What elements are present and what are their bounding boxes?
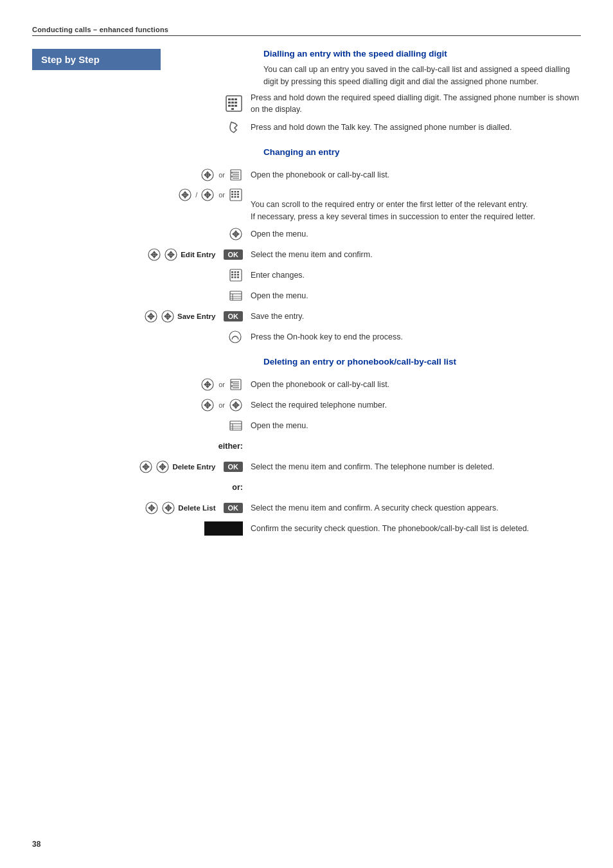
page: Conducting calls – enhanced functions St… xyxy=(0,0,613,868)
changing-step1-text: Open the phonebook or call-by-call list. xyxy=(251,169,581,181)
changing-step8-text: Press the On-hook key to end the process… xyxy=(251,331,581,343)
changing-step8-left xyxy=(32,329,251,345)
svg-rect-8 xyxy=(231,105,234,107)
svg-rect-74 xyxy=(230,291,242,300)
changing-step4-text: Select the menu item and confirm. xyxy=(251,249,581,261)
svg-marker-117 xyxy=(237,403,240,407)
nav-icon-4a xyxy=(147,248,161,262)
or-text-d2: or xyxy=(218,401,225,409)
deleting-step1-row: or Open the phonebook or call-by-call li… xyxy=(32,375,581,393)
svg-point-141 xyxy=(150,507,153,509)
menu-list-icon-d3 xyxy=(229,419,243,433)
deleting-step2-text: Select the required telephone number. xyxy=(251,399,581,411)
deleting-step5-text: Select the menu item and confirm. A secu… xyxy=(251,502,581,514)
deleting-step3-row: Open the menu. xyxy=(32,417,581,435)
dialling-step1-row: Press and hold down the required speed d… xyxy=(32,92,581,116)
deleting-step6-row: Confirm the security check question. The… xyxy=(32,520,581,538)
svg-rect-23 xyxy=(231,176,233,177)
or-text-d1: or xyxy=(218,381,225,388)
svg-rect-17 xyxy=(231,170,241,180)
svg-rect-91 xyxy=(229,331,241,343)
deleting-step5-left: Delete List OK xyxy=(32,501,251,515)
svg-rect-37 xyxy=(231,191,233,193)
save-entry-ok[interactable]: OK xyxy=(224,311,244,321)
svg-rect-71 xyxy=(231,276,233,278)
changing-step2-left: / or xyxy=(32,186,251,202)
dialling-step2-left xyxy=(32,120,251,135)
svg-point-63 xyxy=(170,253,172,256)
svg-rect-67 xyxy=(237,271,239,273)
nav-icon-d2a xyxy=(200,398,215,412)
either-label: either: xyxy=(32,442,251,451)
svg-marker-97 xyxy=(204,383,206,386)
svg-marker-127 xyxy=(142,465,145,469)
changing-step3-row: Open the menu. xyxy=(32,225,581,243)
nav-icon-2b xyxy=(200,188,215,202)
changing-step6-row: Open the menu. xyxy=(32,287,581,305)
dialling-desc: You can call up an entry you saved in th… xyxy=(263,64,581,88)
delete-list-ok[interactable]: OK xyxy=(224,503,244,513)
changing-step1-left: or xyxy=(32,168,251,182)
deleting-step2-row: or Select the required telephone number. xyxy=(32,396,581,414)
svg-rect-106 xyxy=(231,385,233,387)
svg-point-29 xyxy=(184,194,186,196)
deleting-title-row: Deleting an entry or phonebook/call-by-c… xyxy=(32,355,581,373)
changing-step3-text: Open the menu. xyxy=(251,228,581,240)
deleting-step3-left xyxy=(32,419,251,433)
svg-marker-14 xyxy=(204,173,206,177)
svg-marker-83 xyxy=(152,314,155,318)
svg-point-135 xyxy=(161,466,164,468)
deleting-step3-text: Open the menu. xyxy=(251,420,581,432)
svg-rect-5 xyxy=(231,102,234,104)
changing-step5-left xyxy=(32,268,251,282)
svg-point-57 xyxy=(153,253,155,256)
deleting-step4-row: Delete Entry OK Select the menu item and… xyxy=(32,458,581,476)
svg-marker-128 xyxy=(147,465,150,469)
svg-rect-39 xyxy=(237,191,239,193)
changing-step6-left xyxy=(32,289,251,303)
dialling-step2-row: Press and hold down the Talk key. The as… xyxy=(32,118,581,136)
phonebook-icon-1 xyxy=(229,168,243,182)
or-label: or: xyxy=(32,483,251,492)
changing-step3-left xyxy=(32,227,251,241)
dialling-title: Dialling an entry with the speed diallin… xyxy=(263,49,581,59)
svg-rect-10 xyxy=(231,108,234,110)
dialling-step1-text: Press and hold down the required speed d… xyxy=(251,92,581,116)
svg-rect-3 xyxy=(235,98,237,100)
changing-step7-row: Save Entry OK Save the entry. xyxy=(32,307,581,325)
deleting-step5-row: Delete List OK Select the menu item and … xyxy=(32,499,581,517)
svg-point-118 xyxy=(235,404,237,406)
nav-icon-d1a xyxy=(200,377,215,392)
svg-point-99 xyxy=(206,383,209,386)
changing-step2-row: / or Y xyxy=(32,186,581,222)
svg-point-16 xyxy=(206,174,209,176)
nav-icon-2a xyxy=(178,188,192,202)
menu-nav-icon xyxy=(229,227,243,241)
svg-point-129 xyxy=(145,466,147,468)
svg-marker-139 xyxy=(148,506,150,510)
svg-marker-111 xyxy=(209,403,211,407)
delete-entry-ok[interactable]: OK xyxy=(224,462,244,472)
svg-marker-89 xyxy=(169,314,172,318)
svg-rect-42 xyxy=(237,194,239,195)
edit-entry-ok[interactable]: OK xyxy=(224,249,244,260)
delete-list-label: Delete List xyxy=(178,504,215,512)
svg-rect-45 xyxy=(237,196,239,198)
either-row: either: xyxy=(32,437,581,455)
step-by-step-box: Step by Step xyxy=(32,49,161,70)
or-text-1: or xyxy=(218,171,225,179)
svg-rect-7 xyxy=(228,105,231,107)
svg-marker-61 xyxy=(167,253,170,257)
delete-entry-label: Delete Entry xyxy=(172,463,215,471)
changing-step5-text: Enter changes. xyxy=(251,269,581,282)
keypad-icon-5 xyxy=(229,268,243,282)
svg-rect-65 xyxy=(231,271,233,273)
right-column: Dialling an entry with the speed diallin… xyxy=(251,49,581,92)
deleting-step4-left: Delete Entry OK xyxy=(32,460,251,474)
phonebook-icon-d1 xyxy=(229,377,243,392)
svg-marker-98 xyxy=(209,383,211,386)
svg-marker-49 xyxy=(232,232,235,236)
save-entry-label: Save Entry xyxy=(177,312,215,320)
keypad-icon-2 xyxy=(229,188,243,202)
changing-step6-text: Open the menu. xyxy=(251,290,581,302)
